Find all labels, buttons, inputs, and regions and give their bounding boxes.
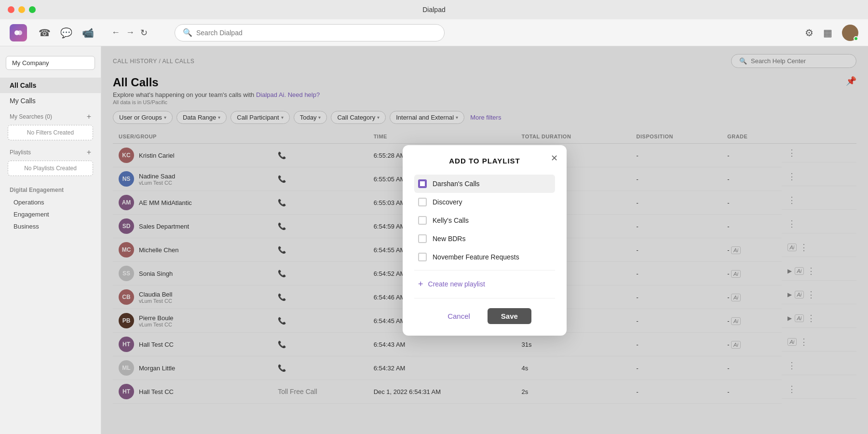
- presence-dot: [854, 36, 858, 41]
- playlist-checkbox[interactable]: [418, 216, 427, 225]
- playlist-item[interactable]: Kelly's Calls: [414, 211, 555, 230]
- sidebar-item-operations[interactable]: Operations: [0, 196, 101, 208]
- window-controls: [8, 6, 36, 13]
- sidebar-item-all-calls[interactable]: All Calls: [0, 78, 101, 93]
- video-icon[interactable]: 📹: [82, 27, 94, 39]
- playlist-list: Darshan's Calls Discovery Kelly's Calls …: [414, 175, 555, 266]
- playlists-section: Playlists +: [0, 144, 101, 159]
- my-searches-section: My Searches (0) +: [0, 108, 101, 123]
- titlebar: Dialpad: [0, 0, 868, 19]
- sidebar: My Company All Calls My Calls My Searche…: [0, 46, 101, 434]
- cancel-button[interactable]: Cancel: [438, 308, 480, 324]
- sidebar-item-engagement[interactable]: Engagement: [0, 208, 101, 220]
- sidebar-item-business[interactable]: Business: [0, 220, 101, 232]
- global-search[interactable]: 🔍: [175, 24, 445, 41]
- settings-icon[interactable]: ⚙: [805, 27, 814, 39]
- playlist-name: Darshan's Calls: [433, 180, 480, 188]
- grid-icon[interactable]: ▦: [823, 27, 832, 39]
- window-title: Dialpad: [422, 6, 445, 14]
- back-button[interactable]: ←: [111, 27, 120, 38]
- playlist-checkbox[interactable]: [418, 234, 427, 243]
- minimize-dot[interactable]: [18, 6, 25, 13]
- plus-icon: +: [418, 279, 423, 289]
- digital-engagement-header: Digital Engagement: [0, 184, 101, 196]
- svg-point-1: [17, 30, 22, 35]
- maximize-dot[interactable]: [29, 6, 36, 13]
- modal-actions: Cancel Save: [414, 308, 555, 324]
- add-to-playlist-modal: ✕ ADD TO PLAYLIST Darshan's Calls Discov…: [403, 145, 567, 336]
- refresh-button[interactable]: ↻: [140, 27, 148, 38]
- close-dot[interactable]: [8, 6, 14, 13]
- main-layout: My Company All Calls My Calls My Searche…: [0, 46, 868, 434]
- add-playlist-button[interactable]: +: [87, 148, 91, 157]
- playlist-name: Kelly's Calls: [433, 217, 469, 224]
- playlist-item[interactable]: New BDRs: [414, 230, 555, 248]
- topnav: ☎ 💬 📹 ← → ↻ 🔍 ⚙ ▦: [0, 19, 868, 46]
- modal-close-button[interactable]: ✕: [551, 153, 558, 163]
- forward-button[interactable]: →: [126, 27, 135, 38]
- playlist-name: New BDRs: [433, 235, 465, 243]
- nav-icons: ☎ 💬 📹: [39, 27, 94, 39]
- company-selector[interactable]: My Company: [6, 56, 95, 70]
- playlist-item[interactable]: Darshan's Calls: [414, 175, 555, 193]
- avatar[interactable]: [842, 25, 858, 41]
- content-area: CALL HISTORY / ALL CALLS 🔍 📌 All Calls E…: [101, 46, 868, 434]
- sidebar-item-my-calls[interactable]: My Calls: [0, 93, 101, 108]
- modal-divider: [414, 270, 555, 271]
- topnav-right: ⚙ ▦: [805, 25, 858, 41]
- app-logo[interactable]: [10, 24, 27, 41]
- chat-icon[interactable]: 💬: [60, 27, 72, 39]
- search-input[interactable]: [196, 29, 436, 37]
- playlist-name: Discovery: [433, 198, 462, 206]
- search-icon: 🔍: [183, 28, 192, 37]
- playlist-checkbox[interactable]: [418, 179, 427, 188]
- playlist-item[interactable]: Discovery: [414, 193, 555, 211]
- playlist-item[interactable]: November Feature Requests: [414, 248, 555, 266]
- no-playlists-box: No Playlists Created: [8, 161, 93, 176]
- playlist-checkbox[interactable]: [418, 198, 427, 206]
- create-playlist-button[interactable]: + Create new playlist: [414, 274, 555, 294]
- nav-arrows: ← → ↻: [111, 27, 148, 38]
- playlist-checkbox[interactable]: [418, 253, 427, 261]
- no-filters-box: No Filters Created: [8, 125, 93, 140]
- save-button[interactable]: Save: [488, 308, 531, 324]
- add-search-button[interactable]: +: [87, 112, 91, 121]
- modal-title: ADD TO PLAYLIST: [414, 157, 555, 165]
- modal-overlay: ✕ ADD TO PLAYLIST Darshan's Calls Discov…: [101, 46, 868, 434]
- playlist-name: November Feature Requests: [433, 253, 519, 261]
- phone-icon[interactable]: ☎: [39, 27, 51, 39]
- company-button[interactable]: My Company: [6, 56, 95, 70]
- modal-divider-2: [414, 298, 555, 298]
